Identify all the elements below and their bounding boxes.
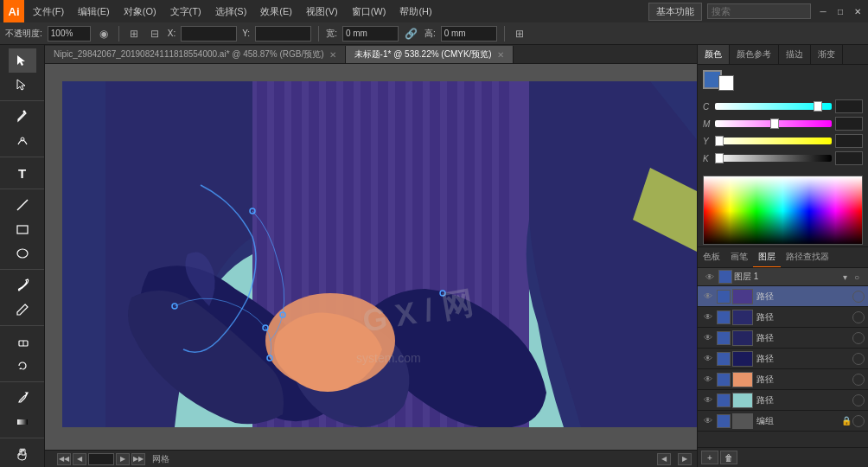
bg-color-swatch[interactable] <box>718 75 734 91</box>
tab-2[interactable]: 未标题-1* @ 538.22% (CMYK/预览) ✕ <box>346 46 514 63</box>
black-track[interactable] <box>715 155 832 162</box>
cyan-thumb[interactable] <box>814 101 822 112</box>
w-input[interactable] <box>342 26 399 42</box>
menu-object[interactable]: 对象(O) <box>117 3 163 20</box>
restore-button[interactable]: □ <box>833 4 847 18</box>
hand-tool[interactable] <box>9 442 36 466</box>
layer-row-6[interactable]: 👁 路径 <box>698 390 868 411</box>
menu-window[interactable]: 窗口(W) <box>345 3 393 20</box>
swatches-tab[interactable]: 色板 <box>698 247 725 267</box>
layer-row-5[interactable]: 👁 路径 <box>698 369 868 390</box>
opacity-icon[interactable]: ◉ <box>96 26 112 42</box>
add-layer-button[interactable]: + <box>701 451 718 464</box>
layer-row-7[interactable]: 👁 编组 🔒 <box>698 411 868 432</box>
ellipse-tool[interactable] <box>9 241 36 265</box>
prev-button[interactable]: ◀ <box>73 453 86 465</box>
paintbrush-tool[interactable] <box>9 273 36 297</box>
layer-row-3[interactable]: 👁 路径 <box>698 328 868 349</box>
tab-1[interactable]: Nipic_29842067_20190824111818554000.ai* … <box>45 46 346 63</box>
color-guide-tab[interactable]: 颜色参考 <box>730 45 779 64</box>
layer-5-target[interactable] <box>852 374 865 386</box>
layer-4-target[interactable] <box>852 353 865 365</box>
layer-2-target[interactable] <box>852 311 865 323</box>
yellow-track[interactable] <box>715 138 832 144</box>
grid-icon[interactable]: ⊞ <box>512 26 527 42</box>
curvature-tool[interactable] <box>9 129 36 153</box>
tab-1-close[interactable]: ✕ <box>329 50 336 60</box>
magenta-track[interactable] <box>715 120 832 127</box>
black-thumb[interactable] <box>715 153 724 163</box>
color-spectrum[interactable] <box>703 176 863 245</box>
stroke-tab[interactable]: 描边 <box>779 45 811 64</box>
rotate-tool[interactable] <box>9 354 36 378</box>
delete-layer-button[interactable]: 🗑 <box>720 451 737 464</box>
minimize-button[interactable]: ─ <box>816 4 830 18</box>
search-input[interactable] <box>707 3 811 19</box>
eraser-tool[interactable] <box>9 329 36 354</box>
layer-4-eye[interactable]: 👁 <box>701 352 715 366</box>
layer-6-thumb <box>732 393 753 408</box>
text-tool[interactable]: T <box>9 161 36 185</box>
layer-3-target[interactable] <box>852 332 865 344</box>
brushes-tab[interactable]: 画笔 <box>725 247 753 267</box>
magenta-thumb[interactable] <box>770 118 779 129</box>
h-input[interactable] <box>441 26 497 42</box>
layers-tab[interactable]: 图层 <box>753 247 781 267</box>
layer-2-eye[interactable]: 👁 <box>701 310 715 324</box>
layer-7-target[interactable] <box>852 415 865 427</box>
transform-icon[interactable]: ⊞ <box>126 26 142 42</box>
layer-expand-icon[interactable]: ▾ <box>839 271 851 283</box>
cyan-track[interactable] <box>715 103 832 110</box>
scroll-right[interactable]: ▶ <box>678 453 692 465</box>
direct-selection-tool[interactable] <box>9 73 36 97</box>
color-tab[interactable]: 颜色 <box>698 45 730 64</box>
layer-visibility-icon: 👁 <box>703 270 717 284</box>
layer-7-eye[interactable]: 👁 <box>701 414 715 428</box>
tab-2-close[interactable]: ✕ <box>497 50 504 60</box>
menu-effect[interactable]: 效果(E) <box>253 3 299 20</box>
eyedropper-tool[interactable] <box>9 386 36 410</box>
selection-tool[interactable] <box>9 48 36 73</box>
page-number-input[interactable]: 1 <box>88 453 114 465</box>
y-input[interactable]: 97.468 <box>255 26 311 42</box>
pen-tool[interactable] <box>9 105 36 129</box>
link-icon[interactable]: 🔗 <box>404 26 419 42</box>
scroll-left[interactable]: ◀ <box>657 453 671 465</box>
yellow-value[interactable]: 0 <box>835 134 863 148</box>
layer-options-icon[interactable]: ○ <box>851 271 863 283</box>
black-value[interactable]: 0 <box>835 151 863 165</box>
layer-row-2[interactable]: 👁 路径 <box>698 307 868 328</box>
layer-1-target[interactable] <box>852 291 865 303</box>
workspace-button[interactable]: 基本功能 <box>648 3 702 21</box>
rectangle-tool[interactable] <box>9 217 36 241</box>
line-tool[interactable] <box>9 193 36 217</box>
layer-3-eye[interactable]: 👁 <box>701 331 715 345</box>
prev-page-button[interactable]: ◀◀ <box>57 453 71 465</box>
layer-5-eye[interactable]: 👁 <box>701 373 715 387</box>
layer-6-target[interactable] <box>852 394 865 406</box>
menu-help[interactable]: 帮助(H) <box>393 3 438 20</box>
next-page-button[interactable]: ▶▶ <box>131 453 145 465</box>
layer-row-1[interactable]: 👁 路径 <box>698 286 868 307</box>
align-icon[interactable]: ⊟ <box>147 26 163 42</box>
layer-6-eye[interactable]: 👁 <box>701 393 715 407</box>
opacity-input[interactable] <box>48 26 91 42</box>
close-button[interactable]: ✕ <box>851 4 865 18</box>
layer-row-4[interactable]: 👁 路径 <box>698 349 868 369</box>
cyan-value[interactable]: 88.63 <box>835 99 863 113</box>
menu-edit[interactable]: 编辑(E) <box>71 3 117 20</box>
x-input[interactable]: 76.113 <box>181 26 237 42</box>
magenta-value[interactable]: 50.98 <box>835 117 863 131</box>
pathfinder-tab[interactable]: 路径查找器 <box>781 247 834 267</box>
menu-select[interactable]: 选择(S) <box>208 3 254 20</box>
layer-1-eye[interactable]: 👁 <box>701 290 715 304</box>
menu-file[interactable]: 文件(F) <box>26 3 71 20</box>
yellow-thumb[interactable] <box>715 136 724 146</box>
next-button[interactable]: ▶ <box>116 453 130 465</box>
menu-view[interactable]: 视图(V) <box>299 3 345 20</box>
menu-text[interactable]: 文字(T) <box>163 3 208 20</box>
gradient-tab[interactable]: 渐变 <box>811 45 843 64</box>
gradient-tool[interactable] <box>9 410 36 434</box>
canvas-viewport[interactable]: G X / 网 system.com <box>45 64 697 450</box>
pencil-tool[interactable] <box>9 297 36 322</box>
